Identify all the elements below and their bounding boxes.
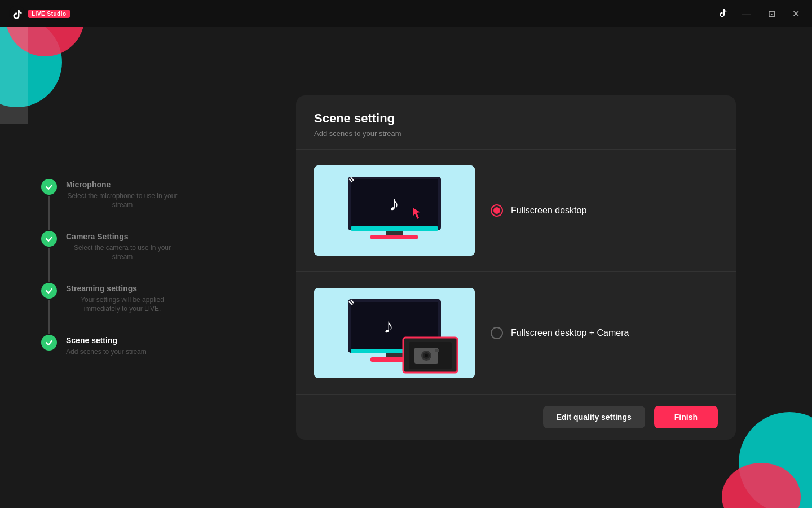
step-content-scene: Scene setting Add scenes to your stream xyxy=(66,335,147,357)
sidebar: Microphone Select the microphone to use … xyxy=(0,27,220,508)
scene-thumbnail-camera: ♪ xyxy=(314,288,475,378)
title-bar: LIVE Studio — ⊡ ✕ xyxy=(0,0,812,27)
step-left-camera xyxy=(41,231,57,283)
step-line-2 xyxy=(48,248,50,282)
scene-options: ♪ xyxy=(296,150,736,394)
svg-rect-31 xyxy=(435,349,439,352)
step-title-scene: Scene setting xyxy=(66,336,147,345)
step-content-camera: Camera Settings Select the camera to use… xyxy=(66,231,179,262)
steps-container: Microphone Select the microphone to use … xyxy=(41,179,179,357)
live-studio-badge: LIVE Studio xyxy=(28,10,70,18)
step-content-microphone: Microphone Select the microphone to use … xyxy=(66,179,179,211)
svg-text:♪: ♪ xyxy=(389,192,399,215)
step-streaming: Streaming settings Your settings will be… xyxy=(41,283,179,335)
title-bar-left: LIVE Studio xyxy=(9,6,70,21)
minimize-button[interactable]: — xyxy=(739,6,754,21)
main-content: Microphone Select the microphone to use … xyxy=(0,27,812,508)
panel-card: Scene setting Add scenes to your stream xyxy=(296,95,736,440)
svg-point-30 xyxy=(425,354,428,357)
step-circle-scene xyxy=(41,335,57,351)
finish-button[interactable]: Finish xyxy=(654,406,718,428)
title-bar-right: — ⊡ ✕ xyxy=(716,6,803,21)
maximize-button[interactable]: ⊡ xyxy=(765,6,779,21)
step-left-scene xyxy=(41,335,57,351)
panel-title: Scene setting xyxy=(314,111,718,126)
svg-rect-15 xyxy=(351,226,438,231)
step-desc-scene: Add scenes to your stream xyxy=(66,347,147,357)
step-title-camera: Camera Settings xyxy=(66,232,179,241)
panel-subtitle: Add scenes to your stream xyxy=(314,129,718,138)
tiktok-icon xyxy=(9,6,25,21)
svg-rect-14 xyxy=(370,235,418,239)
radio-text-camera: Fullscreen desktop + Camera xyxy=(511,328,629,338)
panel: Scene setting Add scenes to your stream xyxy=(220,27,812,508)
step-circle-streaming xyxy=(41,283,57,299)
edit-quality-settings-button[interactable]: Edit quality settings xyxy=(543,406,645,428)
tiktok-logo: LIVE Studio xyxy=(9,6,70,21)
checkmark-icon-streaming xyxy=(45,286,54,295)
scene-thumbnail-fullscreen: ♪ xyxy=(314,165,475,256)
step-desc-streaming: Your settings will be applied immediatel… xyxy=(66,295,179,314)
panel-footer: Edit quality settings Finish xyxy=(296,394,736,440)
radio-text-fullscreen: Fullscreen desktop xyxy=(511,205,586,216)
step-circle-camera xyxy=(41,231,57,247)
checkmark-icon-camera xyxy=(45,234,54,243)
step-line-3 xyxy=(48,300,50,334)
radio-dot-fullscreen xyxy=(493,207,500,214)
panel-header: Scene setting Add scenes to your stream xyxy=(296,95,736,150)
step-microphone: Microphone Select the microphone to use … xyxy=(41,179,179,231)
step-content-streaming: Streaming settings Your settings will be… xyxy=(66,283,179,314)
step-circle-microphone xyxy=(41,179,57,195)
scene-option-fullscreen[interactable]: ♪ xyxy=(296,150,736,272)
close-button[interactable]: ✕ xyxy=(789,6,803,21)
checkmark-icon-scene xyxy=(45,338,54,347)
step-scene: Scene setting Add scenes to your stream xyxy=(41,335,179,357)
radio-fullscreen-desktop[interactable] xyxy=(491,204,503,217)
tiktok-logo-icon xyxy=(716,7,729,20)
radio-fullscreen-camera[interactable] xyxy=(491,327,503,339)
radio-label-fullscreen[interactable]: Fullscreen desktop xyxy=(491,204,718,217)
step-left-microphone xyxy=(41,179,57,231)
step-camera: Camera Settings Select the camera to use… xyxy=(41,231,179,283)
checkmark-icon xyxy=(45,182,54,191)
step-left-streaming xyxy=(41,283,57,335)
scene-option-fullscreen-camera[interactable]: ♪ xyxy=(296,272,736,394)
step-title-streaming: Streaming settings xyxy=(66,284,179,293)
step-line-1 xyxy=(48,196,50,230)
svg-text:♪: ♪ xyxy=(383,314,394,338)
step-desc-microphone: Select the microphone to use in your str… xyxy=(66,191,179,211)
radio-label-camera[interactable]: Fullscreen desktop + Camera xyxy=(491,327,718,339)
step-desc-camera: Select the camera to use in your stream xyxy=(66,243,179,262)
step-title-microphone: Microphone xyxy=(66,180,179,189)
